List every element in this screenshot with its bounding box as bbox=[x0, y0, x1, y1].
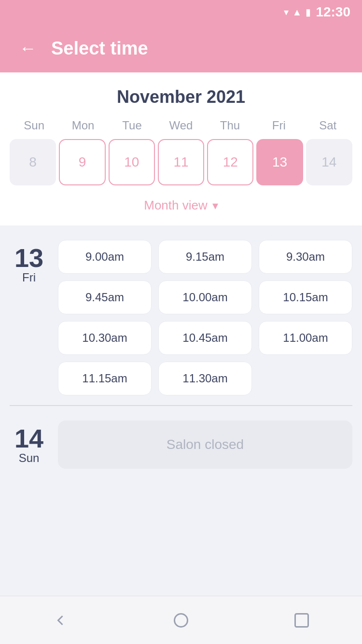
weekdays-row: Sun Mon Tue Wed Thu Fri Sat bbox=[10, 119, 352, 132]
time-slot-1100am[interactable]: 11.00am bbox=[259, 321, 352, 355]
day-cell-8[interactable]: 8 bbox=[10, 139, 56, 185]
salon-closed-box: Salon closed bbox=[58, 420, 352, 469]
day-label-14: 14Sun bbox=[10, 420, 48, 469]
divider-1 bbox=[10, 405, 352, 406]
time-slot-1030am[interactable]: 10.30am bbox=[58, 321, 152, 355]
nav-bar bbox=[0, 596, 362, 644]
status-bar: ▾ ▲ ▮ 12:30 bbox=[0, 0, 362, 24]
calendar-section: November 2021 Sun Mon Tue Wed Thu Fri Sa… bbox=[0, 72, 362, 225]
time-slot-1115am[interactable]: 11.15am bbox=[58, 362, 152, 395]
nav-recents-button[interactable] bbox=[287, 606, 316, 635]
chevron-down-icon: ▾ bbox=[212, 199, 218, 212]
day-cell-11[interactable]: 11 bbox=[158, 139, 204, 185]
salon-closed-text: Salon closed bbox=[167, 437, 244, 452]
status-time: 12:30 bbox=[316, 4, 350, 20]
time-slot-1045am[interactable]: 10.45am bbox=[158, 321, 252, 355]
day-number-14: 14 bbox=[14, 425, 43, 451]
weekday-fri: Fri bbox=[254, 119, 303, 132]
month-view-label: Month view bbox=[144, 198, 208, 213]
day-cell-13[interactable]: 13 bbox=[256, 139, 303, 185]
svg-point-0 bbox=[175, 614, 188, 627]
days-row: 891011121314 bbox=[10, 139, 352, 185]
status-icons: ▾ ▲ ▮ bbox=[284, 6, 311, 18]
nav-home-button[interactable] bbox=[167, 606, 195, 635]
weekday-sun: Sun bbox=[10, 119, 58, 132]
app-header: ← Select time bbox=[0, 24, 362, 72]
weekday-thu: Thu bbox=[206, 119, 254, 132]
battery-icon: ▮ bbox=[306, 6, 311, 18]
day-name-Sun: Sun bbox=[19, 451, 40, 465]
signal-icon: ▲ bbox=[292, 7, 302, 18]
time-slots-grid-13: 9.00am9.15am9.30am9.45am10.00am10.15am10… bbox=[58, 240, 352, 395]
day-cell-14[interactable]: 14 bbox=[306, 139, 352, 185]
time-slot-915am[interactable]: 9.15am bbox=[158, 240, 252, 274]
time-slot-930am[interactable]: 9.30am bbox=[259, 240, 352, 274]
time-slot-1130am[interactable]: 11.30am bbox=[158, 362, 252, 395]
time-slot-1000am[interactable]: 10.00am bbox=[158, 280, 252, 314]
weekday-wed: Wed bbox=[156, 119, 205, 132]
time-slot-900am[interactable]: 9.00am bbox=[58, 240, 152, 274]
weekday-mon: Mon bbox=[58, 119, 107, 132]
month-year-label: November 2021 bbox=[10, 87, 352, 107]
day-label-13: 13Fri bbox=[10, 240, 48, 395]
time-slot-945am[interactable]: 9.45am bbox=[58, 280, 152, 314]
day-cell-9[interactable]: 9 bbox=[59, 139, 105, 185]
month-view-toggle[interactable]: Month view ▾ bbox=[10, 195, 352, 216]
back-button[interactable]: ← bbox=[19, 40, 37, 57]
day-cell-10[interactable]: 10 bbox=[109, 139, 155, 185]
day-number-13: 13 bbox=[14, 245, 43, 271]
day-name-Fri: Fri bbox=[22, 271, 36, 284]
page-title: Select time bbox=[51, 38, 148, 59]
time-section: 13Fri9.00am9.15am9.30am9.45am10.00am10.1… bbox=[0, 225, 362, 596]
day-group-14: 14SunSalon closed bbox=[10, 420, 352, 469]
time-slot-1015am[interactable]: 10.15am bbox=[259, 280, 352, 314]
weekday-tue: Tue bbox=[108, 119, 156, 132]
day-cell-12[interactable]: 12 bbox=[207, 139, 253, 185]
wifi-icon: ▾ bbox=[284, 6, 289, 18]
svg-rect-1 bbox=[295, 614, 308, 627]
day-group-13: 13Fri9.00am9.15am9.30am9.45am10.00am10.1… bbox=[10, 240, 352, 395]
weekday-sat: Sat bbox=[304, 119, 352, 132]
nav-back-button[interactable] bbox=[46, 606, 75, 635]
